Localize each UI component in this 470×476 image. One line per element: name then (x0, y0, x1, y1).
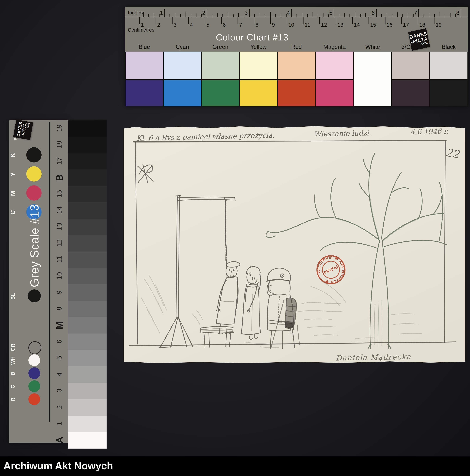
grey-patch-8 (68, 301, 107, 317)
centimetres-label: Centimetres (128, 27, 154, 33)
cm-tick (221, 17, 222, 24)
inch-tick (291, 9, 292, 17)
inch-tick (381, 15, 382, 17)
inch-tick (445, 15, 445, 17)
grey-patch-19 (68, 120, 107, 137)
grey-patch-2 (68, 399, 107, 416)
inch-number: 7 (410, 10, 417, 16)
swatch-blue-light (126, 51, 163, 79)
inch-tick (355, 12, 355, 17)
inch-tick (138, 15, 138, 17)
cmyk-dot-K (26, 147, 42, 162)
tree-green-strokes (338, 195, 419, 241)
lower-dot-label-B: B (10, 367, 16, 381)
swatch-red-light (278, 51, 315, 79)
inch-tick (365, 13, 366, 17)
cmyk-label-K: K (9, 148, 16, 162)
drawing-paper: Kl. 6 a Rys z pamięci własne przeżycia. … (124, 126, 465, 363)
grey-patch-M (68, 317, 107, 334)
inch-tick (281, 13, 281, 17)
grey-patch-12 (68, 235, 107, 252)
cm-tick (352, 17, 353, 24)
step-number-9: 9 (55, 283, 63, 302)
inch-tick (360, 15, 361, 17)
inch-tick (323, 13, 324, 17)
pencil-drawing (124, 126, 465, 363)
hanged-figure (216, 262, 240, 334)
inch-tick (191, 15, 191, 17)
step-number-19: 19 (55, 119, 63, 137)
inch-tick (439, 12, 440, 17)
lower-dot-GR (28, 341, 41, 354)
danes-picta-logo: DANES -PICTA .COM (13, 119, 33, 140)
cm-tick (336, 17, 336, 24)
inch-ruler: 12345678 (125, 7, 468, 17)
inch-tick (217, 13, 218, 17)
inch-number: 2 (198, 10, 205, 16)
cm-number: 9 (272, 22, 275, 28)
cm-tick (270, 17, 271, 24)
cm-number: 14 (354, 22, 360, 28)
lower-dot-label-WH: WH (10, 354, 16, 368)
stool (201, 326, 233, 347)
grey-patch-5 (68, 350, 107, 367)
inch-number: 8 (453, 10, 459, 16)
cm-number: 12 (321, 22, 327, 28)
inch-tick (238, 13, 239, 17)
inch-tick (344, 13, 345, 17)
cm-number: 7 (239, 22, 242, 28)
inch-tick (318, 15, 318, 17)
lower-dot-label-R: R (10, 392, 16, 407)
step-number-13: 13 (55, 217, 63, 236)
step-number-3: 3 (55, 381, 63, 400)
cm-tick (319, 17, 320, 24)
inch-tick (180, 15, 181, 17)
step-number-17: 17 (55, 152, 63, 170)
grey-patch-4 (68, 366, 107, 383)
inch-number: 6 (368, 10, 375, 16)
grey-patch-B (68, 170, 107, 186)
cm-tick (287, 17, 287, 24)
step-number-5: 5 (55, 349, 63, 367)
cm-number: 6 (223, 22, 226, 28)
inch-tick (434, 15, 435, 17)
step-number-M: M (54, 316, 65, 335)
lower-dot-label-GR: GR (10, 340, 16, 355)
woman-figure (241, 266, 261, 340)
inch-tick (403, 15, 403, 17)
swatch-yellow-light (240, 51, 277, 79)
inch-tick (259, 13, 260, 17)
cm-tick (139, 17, 140, 24)
cm-number: 13 (338, 22, 343, 28)
colour-chart-card: Inches 12345678 123456789101112131415161… (125, 7, 468, 106)
cm-tick (418, 17, 418, 24)
lower-dot-BL (28, 289, 41, 302)
lower-dot-label-G: G (10, 379, 16, 394)
swatch-white (354, 51, 391, 106)
cm-number: 15 (370, 22, 376, 28)
swatch-column-label: Yellow (240, 44, 277, 50)
cmyk-dot-M (26, 185, 42, 201)
inch-number: 3 (241, 10, 248, 16)
step-number-15: 15 (55, 185, 63, 203)
cm-number: 11 (305, 22, 310, 28)
inch-tick (296, 15, 297, 17)
inch-tick (387, 13, 387, 17)
grey-patch-10 (68, 268, 107, 285)
inch-tick (423, 15, 424, 17)
inch-tick (148, 15, 149, 17)
inch-tick (223, 15, 223, 17)
step-number-4: 4 (55, 365, 63, 384)
inch-tick (132, 13, 133, 17)
step-number-11: 11 (55, 250, 63, 269)
ground-line (130, 342, 456, 346)
cmyk-label-M: M (9, 186, 16, 201)
cm-number: 2 (157, 22, 160, 28)
grey-patch-6 (68, 334, 107, 350)
swatch-grid (125, 51, 468, 106)
cm-tick (385, 17, 386, 24)
swatch-magenta-dark (316, 80, 353, 106)
step-number-10: 10 (55, 267, 63, 285)
cmyk-label-Y: Y (9, 167, 16, 182)
inch-tick (461, 9, 461, 17)
